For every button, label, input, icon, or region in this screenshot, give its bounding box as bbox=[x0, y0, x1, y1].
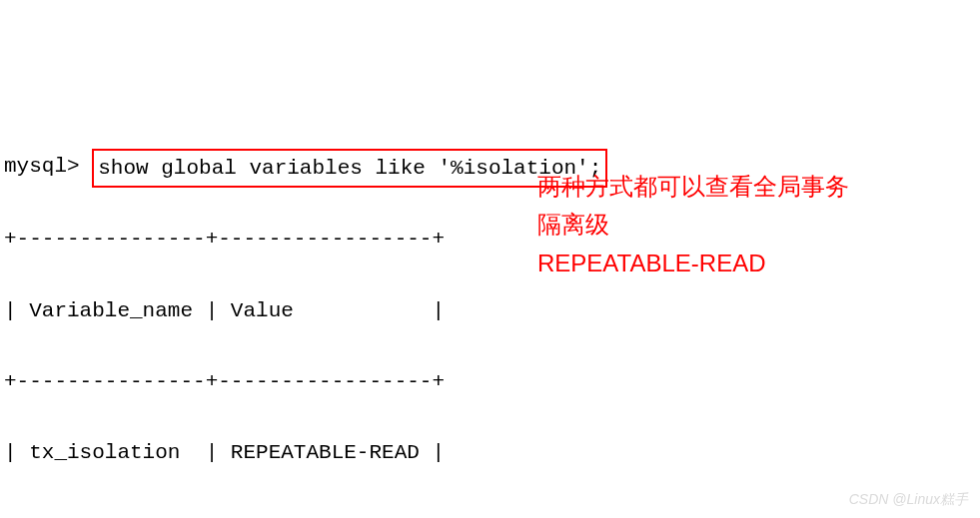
watermark: CSDN @Linux糕手 bbox=[849, 488, 968, 512]
annotation-line3: REPEATABLE-READ bbox=[537, 245, 849, 282]
table1-border-mid: +---------------+-----------------+ bbox=[4, 364, 976, 400]
annotation-line1: 两种方式都可以查看全局事务 bbox=[537, 168, 849, 206]
mysql-prompt: mysql> bbox=[4, 155, 80, 178]
table1-border-bottom: +---------------+-----------------+ bbox=[4, 507, 976, 518]
annotation-text: 两种方式都可以查看全局事务 隔离级 REPEATABLE-READ bbox=[537, 168, 849, 282]
table1-data-row: | tx_isolation | REPEATABLE-READ | bbox=[4, 435, 976, 471]
command1-text: show global variables like '%isolation'; bbox=[98, 157, 601, 180]
command1-highlight: show global variables like '%isolation'; bbox=[92, 149, 607, 189]
annotation-line2: 隔离级 bbox=[537, 206, 849, 244]
table1-header: | Variable_name | Value | bbox=[4, 293, 976, 329]
